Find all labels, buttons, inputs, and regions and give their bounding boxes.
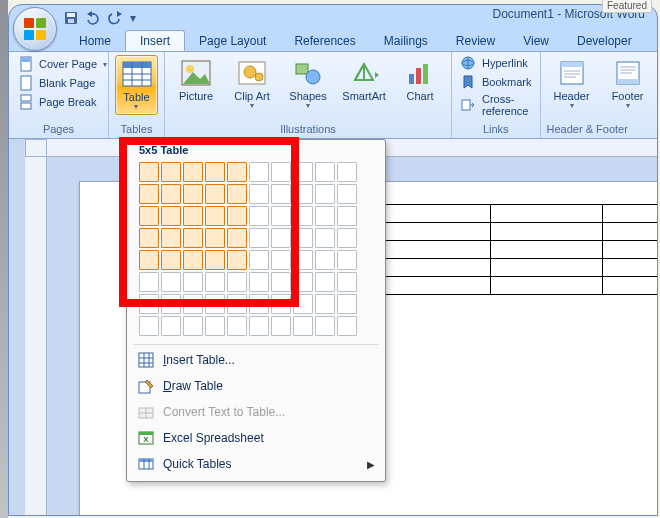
grid-cell[interactable] bbox=[205, 162, 225, 182]
grid-cell[interactable] bbox=[249, 184, 269, 204]
grid-cell[interactable] bbox=[183, 316, 203, 336]
bookmark-button[interactable]: Bookmark bbox=[458, 74, 534, 90]
tab-review[interactable]: Review bbox=[442, 31, 509, 51]
grid-cell[interactable] bbox=[205, 316, 225, 336]
grid-cell[interactable] bbox=[293, 206, 313, 226]
grid-cell[interactable] bbox=[227, 294, 247, 314]
grid-cell[interactable] bbox=[205, 250, 225, 270]
tab-developer[interactable]: Developer bbox=[563, 31, 646, 51]
qat-save-button[interactable] bbox=[61, 9, 81, 27]
office-button[interactable] bbox=[13, 7, 57, 51]
table-button[interactable]: Table bbox=[115, 55, 158, 115]
grid-cell[interactable] bbox=[183, 184, 203, 204]
smartart-button[interactable]: SmartArt bbox=[339, 55, 389, 113]
grid-cell[interactable] bbox=[249, 250, 269, 270]
footer-button[interactable]: Footer bbox=[603, 55, 653, 113]
grid-cell[interactable] bbox=[227, 250, 247, 270]
tab-insert[interactable]: Insert bbox=[125, 30, 185, 51]
grid-cell[interactable] bbox=[161, 162, 181, 182]
grid-cell[interactable] bbox=[183, 272, 203, 292]
grid-cell[interactable] bbox=[161, 228, 181, 248]
grid-cell[interactable] bbox=[139, 184, 159, 204]
grid-cell[interactable] bbox=[161, 272, 181, 292]
blank-page-button[interactable]: Blank Page bbox=[15, 74, 111, 92]
grid-cell[interactable] bbox=[271, 162, 291, 182]
grid-cell[interactable] bbox=[161, 250, 181, 270]
grid-cell[interactable] bbox=[183, 206, 203, 226]
grid-cell[interactable] bbox=[315, 206, 335, 226]
draw-table-menu-item[interactable]: Draw Table bbox=[127, 373, 385, 399]
grid-cell[interactable] bbox=[249, 162, 269, 182]
qat-undo-button[interactable] bbox=[83, 9, 103, 27]
grid-cell[interactable] bbox=[183, 162, 203, 182]
grid-cell[interactable] bbox=[315, 184, 335, 204]
grid-cell[interactable] bbox=[337, 228, 357, 248]
shapes-button[interactable]: Shapes bbox=[283, 55, 333, 113]
grid-cell[interactable] bbox=[139, 206, 159, 226]
grid-cell[interactable] bbox=[139, 162, 159, 182]
grid-cell[interactable] bbox=[271, 250, 291, 270]
cross-reference-button[interactable]: Cross-reference bbox=[458, 93, 534, 117]
grid-cell[interactable] bbox=[227, 316, 247, 336]
tab-page-layout[interactable]: Page Layout bbox=[185, 31, 280, 51]
qat-redo-button[interactable] bbox=[105, 9, 125, 27]
tab-home[interactable]: Home bbox=[65, 31, 125, 51]
header-button[interactable]: Header bbox=[547, 55, 597, 113]
grid-cell[interactable] bbox=[205, 184, 225, 204]
grid-cell[interactable] bbox=[271, 184, 291, 204]
grid-cell[interactable] bbox=[161, 294, 181, 314]
grid-cell[interactable] bbox=[293, 250, 313, 270]
grid-cell[interactable] bbox=[337, 316, 357, 336]
grid-cell[interactable] bbox=[293, 162, 313, 182]
grid-cell[interactable] bbox=[227, 184, 247, 204]
grid-cell[interactable] bbox=[205, 294, 225, 314]
grid-cell[interactable] bbox=[249, 272, 269, 292]
grid-cell[interactable] bbox=[139, 228, 159, 248]
table-grid-picker[interactable] bbox=[139, 162, 375, 336]
tab-references[interactable]: References bbox=[280, 31, 369, 51]
grid-cell[interactable] bbox=[249, 228, 269, 248]
grid-cell[interactable] bbox=[183, 250, 203, 270]
grid-cell[interactable] bbox=[139, 294, 159, 314]
grid-cell[interactable] bbox=[249, 206, 269, 226]
excel-spreadsheet-menu-item[interactable]: X Excel Spreadsheet bbox=[127, 425, 385, 451]
picture-button[interactable]: Picture bbox=[171, 55, 221, 113]
grid-cell[interactable] bbox=[293, 228, 313, 248]
grid-cell[interactable] bbox=[293, 272, 313, 292]
grid-cell[interactable] bbox=[337, 162, 357, 182]
grid-cell[interactable] bbox=[139, 272, 159, 292]
grid-cell[interactable] bbox=[271, 228, 291, 248]
chart-button[interactable]: Chart bbox=[395, 55, 445, 113]
grid-cell[interactable] bbox=[271, 316, 291, 336]
insert-table-menu-item[interactable]: Insert Table... bbox=[127, 347, 385, 373]
grid-cell[interactable] bbox=[227, 206, 247, 226]
tab-mailings[interactable]: Mailings bbox=[370, 31, 442, 51]
clip-art-button[interactable]: Clip Art bbox=[227, 55, 277, 113]
grid-cell[interactable] bbox=[183, 294, 203, 314]
grid-cell[interactable] bbox=[337, 294, 357, 314]
grid-cell[interactable] bbox=[139, 316, 159, 336]
hyperlink-button[interactable]: Hyperlink bbox=[458, 55, 534, 71]
grid-cell[interactable] bbox=[205, 272, 225, 292]
grid-cell[interactable] bbox=[161, 206, 181, 226]
grid-cell[interactable] bbox=[183, 228, 203, 248]
quick-tables-menu-item[interactable]: Quick Tables ▶ bbox=[127, 451, 385, 477]
grid-cell[interactable] bbox=[337, 272, 357, 292]
grid-cell[interactable] bbox=[271, 272, 291, 292]
grid-cell[interactable] bbox=[227, 228, 247, 248]
page-break-button[interactable]: Page Break bbox=[15, 93, 111, 111]
grid-cell[interactable] bbox=[315, 250, 335, 270]
cover-page-button[interactable]: Cover Page ▾ bbox=[15, 55, 111, 73]
grid-cell[interactable] bbox=[205, 228, 225, 248]
grid-cell[interactable] bbox=[249, 316, 269, 336]
grid-cell[interactable] bbox=[315, 294, 335, 314]
grid-cell[interactable] bbox=[139, 250, 159, 270]
grid-cell[interactable] bbox=[337, 184, 357, 204]
grid-cell[interactable] bbox=[337, 206, 357, 226]
grid-cell[interactable] bbox=[227, 272, 247, 292]
grid-cell[interactable] bbox=[315, 316, 335, 336]
grid-cell[interactable] bbox=[315, 228, 335, 248]
tab-view[interactable]: View bbox=[509, 31, 563, 51]
grid-cell[interactable] bbox=[315, 162, 335, 182]
grid-cell[interactable] bbox=[249, 294, 269, 314]
